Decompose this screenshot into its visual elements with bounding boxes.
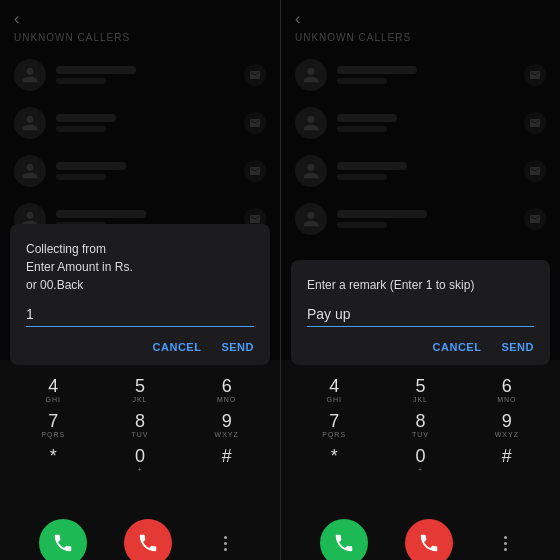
dot xyxy=(224,542,227,545)
dialpad-bottom-right xyxy=(281,513,560,560)
dialpad-key-5[interactable]: 5JKL xyxy=(377,373,463,408)
dialpad-key-9[interactable]: 9WXYZ xyxy=(183,408,270,443)
send-button-right[interactable]: SEND xyxy=(501,341,534,353)
dialpad-key-7[interactable]: 7PQRS xyxy=(291,408,377,443)
call-button-left[interactable] xyxy=(39,519,87,560)
dialpad-key-8[interactable]: 8TUV xyxy=(377,408,463,443)
dialpad-key-7[interactable]: 7PQRS xyxy=(10,408,97,443)
dialog-actions-right: CANCEL SEND xyxy=(307,341,534,353)
dot xyxy=(504,548,507,551)
more-options-button-right[interactable] xyxy=(490,527,522,559)
end-call-button-left[interactable] xyxy=(124,519,172,560)
amount-dialog: Collecting from Enter Amount in Rs. or 0… xyxy=(10,224,270,365)
phone-screen-right: ‹ UNKNOWN CALLERS xyxy=(280,0,560,560)
dialpad-grid-right: 4GHI 5JKL 6MNO 7PQRS 8TUV 9WXYZ * 0+ # xyxy=(281,373,560,513)
dot xyxy=(224,536,227,539)
dialpad-key-9[interactable]: 9WXYZ xyxy=(464,408,550,443)
end-call-button-right[interactable] xyxy=(405,519,453,560)
call-button-right[interactable] xyxy=(320,519,368,560)
cancel-button-left[interactable]: CANCEL xyxy=(153,341,202,353)
dialpad-key-4[interactable]: 4GHI xyxy=(291,373,377,408)
dialpad-grid-left: 4GHI 5JKL 6MNO 7PQRS 8TUV 9WXYZ * 0+ # xyxy=(0,373,280,513)
dialpad-bottom-left xyxy=(0,513,280,560)
amount-input[interactable] xyxy=(26,304,254,327)
dialpad-key-hash[interactable]: # xyxy=(183,443,270,478)
dialpad-key-4[interactable]: 4GHI xyxy=(10,373,97,408)
dialpad-key-star[interactable]: * xyxy=(291,443,377,478)
dialpad-key-6[interactable]: 6MNO xyxy=(464,373,550,408)
phone-screen-left: ‹ UNKNOWN CALLERS xyxy=(0,0,280,560)
dialpad-key-5[interactable]: 5JKL xyxy=(97,373,184,408)
dialpad-left: 4GHI 5JKL 6MNO 7PQRS 8TUV 9WXYZ * 0+ # xyxy=(0,365,280,560)
dialpad-key-star[interactable]: * xyxy=(10,443,97,478)
more-options-button-left[interactable] xyxy=(209,527,241,559)
dialog-actions-left: CANCEL SEND xyxy=(26,341,254,353)
remark-input[interactable] xyxy=(307,304,534,327)
dot xyxy=(504,542,507,545)
dialpad-key-hash[interactable]: # xyxy=(464,443,550,478)
dialpad-key-0[interactable]: 0+ xyxy=(97,443,184,478)
cancel-button-right[interactable]: CANCEL xyxy=(433,341,482,353)
dialpad-key-6[interactable]: 6MNO xyxy=(183,373,270,408)
dot xyxy=(504,536,507,539)
dialpad-key-0[interactable]: 0+ xyxy=(377,443,463,478)
dot xyxy=(224,548,227,551)
dialpad-right: 4GHI 5JKL 6MNO 7PQRS 8TUV 9WXYZ * 0+ # xyxy=(281,365,560,560)
remark-dialog: Enter a remark (Enter 1 to skip) CANCEL … xyxy=(291,260,550,365)
dialog-title-right: Enter a remark (Enter 1 to skip) xyxy=(307,276,534,294)
dialog-title: Collecting from Enter Amount in Rs. or 0… xyxy=(26,240,254,294)
dialpad-key-8[interactable]: 8TUV xyxy=(97,408,184,443)
send-button-left[interactable]: SEND xyxy=(221,341,254,353)
